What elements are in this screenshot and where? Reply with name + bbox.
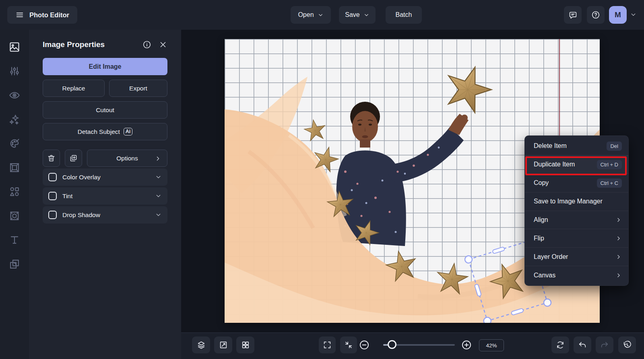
save-button[interactable]: Save: [339, 6, 376, 24]
menu-label: Copy: [534, 179, 597, 187]
export-button[interactable]: Export: [109, 80, 167, 97]
redo-button[interactable]: [596, 336, 613, 353]
zoom-percentage-input[interactable]: 42%: [479, 339, 504, 351]
top-bar: Photo Editor Open Save Batch M: [0, 0, 644, 30]
chevron-down-icon: [318, 12, 324, 18]
grid-icon: [241, 341, 250, 349]
zoom-out-button[interactable]: [359, 340, 369, 350]
close-icon[interactable]: [159, 40, 167, 49]
feedback-button[interactable]: [564, 6, 582, 24]
sidebar-item-shapes[interactable]: [9, 186, 20, 197]
chevron-down-icon[interactable]: [155, 193, 162, 199]
collapse-icon: [344, 341, 353, 349]
photo-editor-app: Photo Editor Open Save Batch M: [0, 0, 644, 359]
trash-icon: [47, 154, 56, 162]
color-overlay-checkbox[interactable]: [48, 173, 57, 181]
zoom-slider-knob[interactable]: [388, 340, 396, 349]
menu-item-flip[interactable]: Flip: [525, 229, 628, 247]
tint-row[interactable]: Tint: [43, 187, 167, 205]
tool-rail: [0, 30, 29, 359]
fullscreen-button[interactable]: [319, 336, 336, 353]
menu-label: Layer Order: [534, 253, 615, 261]
menu-item-save-to-image-manager[interactable]: Save to Image Manager: [525, 192, 628, 211]
options-button[interactable]: Options: [87, 150, 167, 167]
sidebar-item-palette[interactable]: [9, 138, 20, 149]
image-properties-panel: Image Properties Edit Image Replace Expo…: [29, 30, 181, 359]
chevron-right-icon: [615, 254, 622, 260]
chevron-right-icon: [615, 272, 622, 279]
replace-button[interactable]: Replace: [43, 80, 105, 97]
drop-shadow-row[interactable]: Drop Shadow: [43, 206, 167, 224]
history-button[interactable]: [618, 336, 636, 353]
chevron-down-icon: [363, 12, 369, 18]
menu-label: Align: [534, 216, 615, 224]
open-button[interactable]: Open: [291, 6, 331, 24]
menu-item-duplicate[interactable]: Duplicate Item Ctrl + D: [525, 155, 628, 174]
detach-subject-label: Detach Subject: [78, 128, 120, 135]
sidebar-item-border-pattern[interactable]: [9, 210, 20, 222]
undo-button[interactable]: [574, 336, 591, 353]
shortcut-badge: Ctrl + D: [597, 160, 622, 169]
avatar[interactable]: M: [609, 6, 627, 24]
edit-image-button[interactable]: Edit Image: [43, 58, 167, 75]
sidebar-item-image[interactable]: [9, 41, 20, 53]
batch-button[interactable]: Batch: [386, 6, 422, 24]
menu-label: Delete Item: [534, 142, 607, 150]
cutout-button[interactable]: Cutout: [43, 101, 167, 119]
undo-icon: [578, 341, 587, 349]
menu-label: Flip: [534, 235, 615, 242]
sidebar-item-focus-eye[interactable]: [9, 90, 20, 101]
color-overlay-row[interactable]: Color Overlay: [43, 168, 167, 186]
sidebar-item-adjustments[interactable]: [9, 66, 20, 77]
account-chevron-down-icon[interactable]: [630, 11, 637, 18]
sidebar-item-text[interactable]: [9, 234, 20, 246]
redo-icon: [600, 341, 609, 349]
sidebar-item-overlap-layers[interactable]: [9, 258, 20, 270]
chevron-right-icon: [615, 217, 622, 223]
zoom-in-button[interactable]: [461, 340, 472, 350]
chevron-down-icon[interactable]: [155, 211, 162, 218]
sidebar-item-frame[interactable]: [9, 162, 20, 173]
duplicate-layer-button[interactable]: [65, 150, 82, 167]
ai-badge: Ai: [124, 128, 133, 135]
duplicate-icon: [69, 154, 78, 162]
templates-grid-button[interactable]: [236, 336, 254, 353]
menu-item-delete[interactable]: Delete Item Del: [525, 137, 628, 155]
tint-checkbox[interactable]: [48, 192, 57, 200]
help-icon: [591, 10, 600, 19]
history-clock-icon: [623, 341, 632, 349]
info-icon[interactable]: [142, 40, 151, 49]
help-button[interactable]: [587, 6, 605, 24]
shortcut-badge: Ctrl + C: [597, 178, 622, 188]
resize-canvas-button[interactable]: [214, 336, 232, 353]
batch-label: Batch: [396, 11, 412, 18]
layers-button[interactable]: [192, 336, 210, 353]
fit-to-screen-button[interactable]: [340, 336, 357, 353]
detach-subject-button[interactable]: Detach Subject Ai: [43, 123, 167, 140]
menu-label: Duplicate Item: [534, 161, 597, 168]
menu-label: Canvas: [534, 272, 615, 279]
color-overlay-label: Color Overlay: [62, 174, 155, 181]
chevron-right-icon: [615, 235, 622, 242]
avatar-initial: M: [615, 10, 621, 19]
chevron-down-icon[interactable]: [155, 174, 162, 181]
menu-item-align[interactable]: Align: [525, 211, 628, 229]
menu-item-canvas[interactable]: Canvas: [525, 266, 628, 284]
context-menu: Delete Item Del Duplicate Item Ctrl + D …: [524, 135, 629, 286]
app-title: Photo Editor: [29, 11, 69, 19]
app-menu-button[interactable]: Photo Editor: [7, 6, 77, 24]
open-label: Open: [298, 11, 314, 18]
comment-icon: [569, 11, 577, 19]
sidebar-item-ai-effects[interactable]: [9, 114, 20, 125]
reset-button[interactable]: [551, 336, 569, 353]
menu-item-copy[interactable]: Copy Ctrl + C: [525, 174, 628, 192]
drop-shadow-label: Drop Shadow: [62, 211, 155, 219]
panel-title: Image Properties: [43, 40, 135, 49]
refresh-icon: [556, 341, 565, 349]
delete-layer-button[interactable]: [43, 150, 60, 167]
drop-shadow-checkbox[interactable]: [48, 211, 57, 219]
menu-item-layer-order[interactable]: Layer Order: [525, 247, 628, 266]
save-label: Save: [345, 11, 359, 18]
chevron-right-icon: [155, 155, 161, 162]
layers-icon: [197, 341, 206, 349]
